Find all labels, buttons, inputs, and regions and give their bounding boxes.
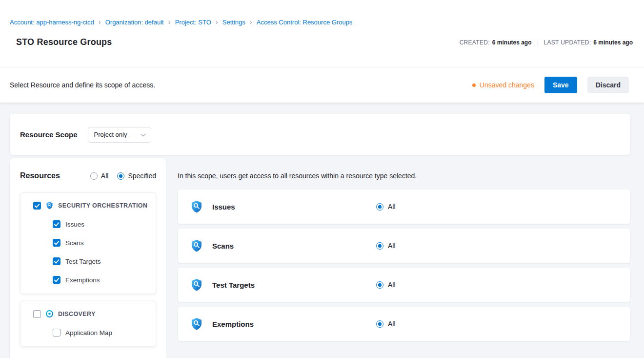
group-items: Application Map xyxy=(53,329,151,337)
header-meta: CREATED: 6 minutes ago LAST UPDATED: 6 m… xyxy=(460,39,633,46)
chevron-down-icon xyxy=(141,131,145,136)
checkbox-icon[interactable] xyxy=(53,329,60,337)
chevron-right-icon: › xyxy=(216,18,218,26)
last-updated-label: LAST UPDATED: xyxy=(544,39,591,46)
access-radio-label: All xyxy=(388,281,396,289)
checkbox-label: Exemptions xyxy=(65,276,100,284)
resource-group-discovery: DISCOVERY Application Map xyxy=(20,301,156,347)
radio-button-icon[interactable] xyxy=(376,242,383,250)
resource-row-scans: Scans All xyxy=(178,228,630,263)
radio-specified-label: Specified xyxy=(128,172,156,180)
checkbox-security-orchestration[interactable] xyxy=(33,202,41,210)
toolbar-actions: Unsaved changes Save Discard xyxy=(472,77,629,93)
radio-button-icon[interactable] xyxy=(90,172,98,180)
checkbox-label: Application Map xyxy=(65,329,112,337)
breadcrumb-item-resource-groups[interactable]: Access Control: Resource Groups xyxy=(257,19,353,26)
resources-header: Resources All Specified xyxy=(20,171,156,180)
group-header: DISCOVERY xyxy=(33,310,151,318)
access-radio-all[interactable]: All xyxy=(376,320,396,328)
checkbox-icon[interactable] xyxy=(53,220,60,228)
resources-filter: All Specified xyxy=(90,172,156,180)
resource-row-label: Scans xyxy=(212,242,376,250)
resource-row-issues: Issues All xyxy=(178,189,630,224)
sto-shield-icon xyxy=(190,317,203,331)
action-toolbar: Select Resource and define its scope of … xyxy=(0,67,644,103)
access-radio-label: All xyxy=(388,203,396,211)
checkbox-icon[interactable] xyxy=(53,276,60,284)
unsaved-dot-icon xyxy=(472,84,476,87)
radio-button-icon[interactable] xyxy=(376,203,383,211)
sto-shield-icon xyxy=(190,278,203,292)
group-label: SECURITY ORCHESTRATION xyxy=(58,202,147,209)
resource-row-label: Test Targets xyxy=(212,281,376,289)
scope-info-text: In this scope, users get access to all r… xyxy=(178,172,630,180)
meta-divider xyxy=(538,39,538,46)
access-radio-all[interactable]: All xyxy=(376,242,396,250)
radio-button-icon[interactable] xyxy=(117,172,124,180)
breadcrumb-item-settings[interactable]: Settings xyxy=(222,19,245,26)
access-radio-all[interactable]: All xyxy=(376,203,396,211)
resources-title: Resources xyxy=(20,171,60,180)
created-value: 6 minutes ago xyxy=(492,39,532,46)
breadcrumb-item-account[interactable]: Account: app-harness-ng-cicd xyxy=(10,19,94,26)
main-content: Resource Scope Project only Resources Al… xyxy=(0,103,644,358)
radio-specified[interactable]: Specified xyxy=(117,172,156,180)
scope-rows-area: In this scope, users get access to all r… xyxy=(178,158,630,345)
resource-row-label: Issues xyxy=(212,203,376,211)
group-items: Issues Scans Test Targets Exemptions xyxy=(53,220,151,284)
checkbox-label: Test Targets xyxy=(65,258,101,265)
radio-button-icon[interactable] xyxy=(376,281,383,289)
radio-all-label: All xyxy=(101,172,109,180)
page-title: STO Resource Groups xyxy=(16,37,112,47)
checkbox-row-exemptions[interactable]: Exemptions xyxy=(53,276,151,284)
resource-group-security-orchestration: SECURITY ORCHESTRATION Issues Scans Test… xyxy=(20,192,156,294)
resource-scope-value: Project only xyxy=(94,131,127,138)
sto-shield-icon xyxy=(45,201,54,210)
title-row: STO Resource Groups CREATED: 6 minutes a… xyxy=(10,37,633,47)
checkbox-row-issues[interactable]: Issues xyxy=(53,220,151,228)
discard-button[interactable]: Discard xyxy=(587,77,629,93)
resource-row-test-targets: Test Targets All xyxy=(178,267,630,302)
page-header: Account: app-harness-ng-cicd › Organizat… xyxy=(0,0,644,67)
chevron-right-icon: › xyxy=(168,18,171,26)
created-label: CREATED: xyxy=(460,39,490,46)
checkbox-icon[interactable] xyxy=(53,239,60,247)
sto-shield-icon xyxy=(190,200,203,213)
breadcrumb: Account: app-harness-ng-cicd › Organizat… xyxy=(10,18,633,26)
resource-scope-card: Resource Scope Project only xyxy=(10,114,630,155)
group-label: DISCOVERY xyxy=(58,311,96,317)
save-button[interactable]: Save xyxy=(544,77,577,93)
toolbar-description: Select Resource and define its scope of … xyxy=(10,81,155,89)
sto-shield-icon xyxy=(190,239,203,253)
last-updated-value: 6 minutes ago xyxy=(593,39,633,46)
access-radio-all[interactable]: All xyxy=(376,281,396,289)
access-radio-label: All xyxy=(388,320,396,328)
resource-scope-label: Resource Scope xyxy=(20,130,78,139)
discovery-icon xyxy=(45,310,54,318)
content-columns: Resources All Specified xyxy=(10,158,630,358)
chevron-right-icon: › xyxy=(99,18,101,26)
access-radio-label: All xyxy=(388,242,396,250)
resource-scope-dropdown[interactable]: Project only xyxy=(88,127,151,143)
resource-row-exemptions: Exemptions All xyxy=(178,306,630,341)
checkbox-row-application-map[interactable]: Application Map xyxy=(53,329,151,337)
checkbox-row-test-targets[interactable]: Test Targets xyxy=(53,257,151,265)
checkbox-row-scans[interactable]: Scans xyxy=(53,239,151,247)
radio-button-icon[interactable] xyxy=(376,320,383,328)
unsaved-changes-indicator: Unsaved changes xyxy=(472,81,534,89)
checkbox-discovery[interactable] xyxy=(33,310,41,318)
resources-panel: Resources All Specified xyxy=(10,158,166,358)
unsaved-changes-label: Unsaved changes xyxy=(480,81,534,89)
checkbox-label: Issues xyxy=(65,221,84,228)
chevron-right-icon: › xyxy=(250,18,252,26)
checkbox-label: Scans xyxy=(65,239,84,247)
radio-all[interactable]: All xyxy=(90,172,109,180)
resource-row-label: Exemptions xyxy=(212,320,376,328)
breadcrumb-item-project[interactable]: Project: STO xyxy=(175,19,211,26)
group-header: SECURITY ORCHESTRATION xyxy=(33,201,151,210)
checkbox-icon[interactable] xyxy=(53,257,60,265)
breadcrumb-item-organization[interactable]: Organization: default xyxy=(105,19,164,26)
